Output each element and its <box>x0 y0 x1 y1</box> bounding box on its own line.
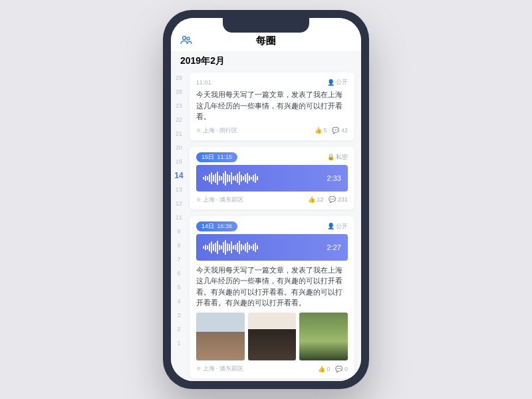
visibility-badge: 🔒 私密 <box>327 153 348 162</box>
day-rail-item[interactable]: 3 <box>177 309 180 323</box>
post-meta: ⊙ 上海 · 浦东新区👍 0💬 0 <box>196 364 348 373</box>
day-rail-item[interactable]: 6 <box>177 267 180 281</box>
day-rail-item[interactable]: 14 <box>174 169 183 183</box>
day-rail-item[interactable]: 11 <box>176 211 182 225</box>
day-rail-item[interactable]: 5 <box>177 281 180 295</box>
pin-icon: ⊙ <box>196 127 201 134</box>
day-rail-item[interactable]: 22 <box>176 113 182 127</box>
post-text: 今天我用每天写了一篇文章，发表了我在上海这几年经历的一些事情，有兴趣的可以打开看… <box>196 89 348 122</box>
svg-point-0 <box>183 37 186 40</box>
day-rail-item[interactable]: 21 <box>176 127 182 141</box>
day-rail-item[interactable]: 20 <box>176 141 182 155</box>
date-pill: 15日 11:15 <box>196 152 237 162</box>
day-rail-item[interactable]: 28 <box>176 85 182 99</box>
day-rail-item[interactable]: 29 <box>176 71 182 85</box>
post-image[interactable] <box>248 313 297 361</box>
post-card[interactable]: 15日 11:15🔒 私密2:33⊙ 上海 · 浦东新区👍 12💬 231 <box>190 147 354 209</box>
post-meta: ⊙ 上海 · 闵行区👍 5💬 42 <box>196 126 348 135</box>
location-label: ⊙ 上海 · 闵行区 <box>196 126 237 135</box>
thumb-up-icon: 👍 <box>308 196 315 203</box>
audio-duration: 2:33 <box>327 174 341 182</box>
feed-content[interactable]: 2019年2月 2928232221201514131211987654321 … <box>171 51 361 381</box>
day-rail-item[interactable]: 12 <box>176 197 182 211</box>
audio-player[interactable]: 2:33 <box>196 165 348 192</box>
day-rail-item[interactable]: 8 <box>177 239 180 253</box>
location-label: ⊙ 上海 · 浦东新区 <box>196 364 243 373</box>
comment-icon: 💬 <box>332 127 339 134</box>
comment-icon: 💬 <box>335 366 342 372</box>
post-card[interactable]: 11:01👤 公开今天我用每天写了一篇文章，发表了我在上海这几年经历的一些事情，… <box>190 72 354 140</box>
post-time: 11:01 <box>196 79 211 86</box>
svg-point-1 <box>187 37 190 40</box>
waveform <box>203 239 321 255</box>
audio-player[interactable]: 2:27 <box>196 234 348 261</box>
comment-button[interactable]: 💬 231 <box>329 196 348 203</box>
people-icon[interactable] <box>180 35 192 47</box>
day-rail-item[interactable]: 4 <box>177 295 180 309</box>
post-text: 今天我用每天写了一篇文章，发表了我在上海这几年经历的一些事情，有兴趣的可以打开看… <box>196 265 348 309</box>
pin-icon: ⊙ <box>196 365 201 372</box>
day-rail-item[interactable]: 9 <box>177 225 180 239</box>
comment-button[interactable]: 💬 0 <box>335 366 348 372</box>
day-rail[interactable]: 2928232221201514131211987654321 <box>171 71 187 381</box>
like-button[interactable]: 👍 12 <box>308 196 324 203</box>
pin-icon: ⊙ <box>196 196 201 203</box>
audio-duration: 2:27 <box>327 243 341 251</box>
waveform <box>203 170 321 186</box>
date-pill: 14日 16:36 <box>196 221 237 231</box>
thumb-up-icon: 👍 <box>315 127 322 134</box>
visibility-badge: 👤 公开 <box>327 78 348 86</box>
like-button[interactable]: 👍 5 <box>315 127 327 134</box>
location-label: ⊙ 上海 · 浦东新区 <box>196 196 243 204</box>
post-meta: ⊙ 上海 · 浦东新区👍 12💬 231 <box>196 196 348 204</box>
post-card[interactable]: 14日 16:36👤 公开2:27今天我用每天写了一篇文章，发表了我在上海这几年… <box>190 216 354 379</box>
day-rail-item[interactable]: 15 <box>176 155 182 169</box>
date-header: 2019年2月 <box>171 51 361 70</box>
comment-button[interactable]: 💬 42 <box>332 127 348 134</box>
post-image[interactable] <box>299 313 348 361</box>
day-rail-item[interactable]: 13 <box>176 183 182 197</box>
image-row <box>196 313 348 361</box>
comment-icon: 💬 <box>329 196 336 203</box>
page-title: 每圈 <box>256 35 276 47</box>
day-rail-item[interactable]: 23 <box>176 99 182 113</box>
feed-list: 11:01👤 公开今天我用每天写了一篇文章，发表了我在上海这几年经历的一些事情，… <box>187 70 361 381</box>
visibility-badge: 👤 公开 <box>327 222 348 231</box>
post-image[interactable] <box>196 313 245 361</box>
day-rail-item[interactable]: 7 <box>177 253 180 267</box>
thumb-up-icon: 👍 <box>318 366 325 372</box>
like-button[interactable]: 👍 0 <box>318 366 331 372</box>
day-rail-item[interactable]: 1 <box>177 336 180 350</box>
day-rail-item[interactable]: 2 <box>177 323 180 336</box>
